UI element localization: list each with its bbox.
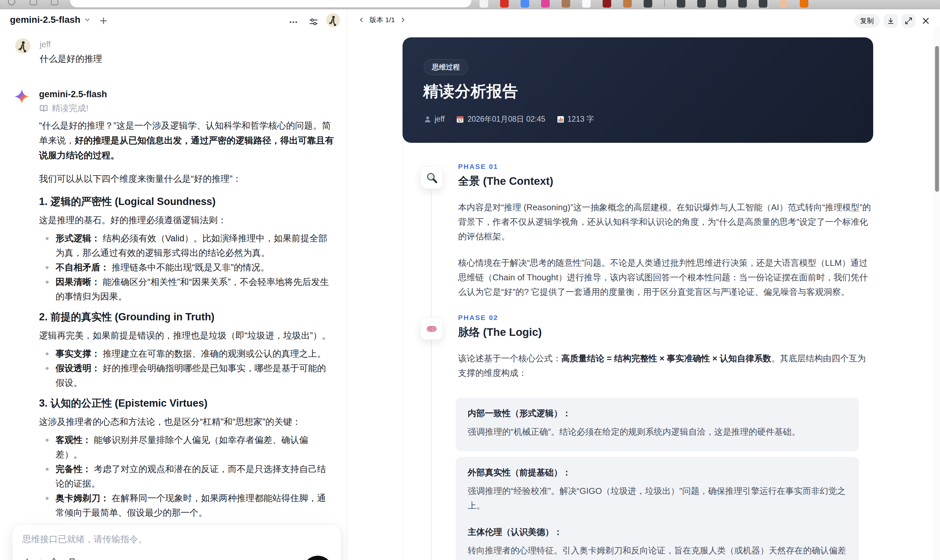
preview-actions: 复制 [854,14,932,28]
extension-icon[interactable] [738,0,747,8]
gemini-star-icon [14,89,30,105]
voice-input-button[interactable] [303,556,333,560]
extension-separator [664,0,665,7]
extension-icon[interactable] [800,0,808,8]
phase1-title: 全景 (The Context) [458,174,872,189]
extension-icon[interactable] [759,0,767,8]
url-bar[interactable] [70,0,472,7]
screen: gemini-2.5-flash [0,0,940,560]
browser-grid-icon[interactable] [30,0,37,5]
card-body: 转向推理者的心理特征。引入奥卡姆剃刀和反向论证，旨在克服人类（或机器）天然存在的… [468,543,847,560]
person-icon [424,115,431,123]
user-name: jeff [40,40,51,49]
phase2-lead: 该论述基于一个核心公式：高质量结论 = 结构完整性 × 事实准确性 × 认知自律… [458,351,872,380]
preview-toolbar: 版本 1/1 复制 [347,9,940,33]
composer: 思维接口已就绪，请传输指令。 [12,524,341,560]
download-button[interactable] [884,14,898,28]
next-version-button[interactable] [399,17,406,23]
more-options-button[interactable] [288,17,298,27]
preview-panel: 版本 1/1 复制 思维过程 精 [347,9,940,560]
document-left-edge [402,143,403,560]
extension-strip[interactable] [479,0,808,9]
phase1-label: PHASE 01 [458,163,872,171]
section-title-1: 1. 逻辑的严密性 (Logical Soundness) [39,195,334,208]
list-item: 不自相矛盾： 推理链条中不能出现“既是又非”的情况。 [55,260,334,275]
section-lead-1: 这是推理的基石。好的推理必须遵循逻辑法则： [39,213,334,228]
new-chat-button[interactable] [99,17,108,25]
report-title: 精读分析报告 [423,81,518,102]
fullscreen-button[interactable] [901,14,915,28]
extension-icon[interactable] [623,0,632,8]
list-item: 奥卡姆剃刀： 在解释同一个现象时，如果两种推理都能站得住脚，通常倾向于最简单、假… [55,491,334,520]
phase1-paragraph-1: 本内容是对“推理 (Reasoning)”这一抽象概念的高层建模。在知识爆炸与人… [458,200,872,244]
card-body: 强调推理的“机械正确”。结论必须在给定的规则系统内逻辑自洽，这是推理的硬件基础。 [468,425,847,439]
phase2-label: PHASE 02 [458,314,872,322]
user-message: 什么是好的推理 [40,53,102,65]
preview-scrollbar-track[interactable] [934,26,940,560]
svg-text:17: 17 [458,118,462,122]
model-selector[interactable]: gemini-2.5-flash [10,15,91,25]
composer-toolbar [22,557,77,560]
phase2-section: PHASE 02 脉络 (The Logic) 该论述基于一个核心公式：高质量结… [458,314,872,392]
dimensions-intro: 我们可以从以下四个维度来衡量什么是“好的推理”： [39,172,334,186]
phase1-paragraph-2: 核心情境在于解决“思考的随意性”问题。不论是人类通过批判性思维进行决策，还是大语… [458,255,872,299]
extension-icon[interactable] [541,0,550,8]
extension-icon[interactable] [521,0,529,8]
list-item: 完备性： 考虑了对立的观点和潜在的反证，而不是只选择支持自己结论的证据。 [55,462,334,491]
section-lead-2: 逻辑再完美，如果前提是错误的，推理也是垃圾（即“垃圾进，垃圾出”）。 [39,328,334,343]
brain-icon [425,322,438,335]
extension-icon[interactable] [500,0,509,8]
section-list-2: 事实支撑： 推理建立在可靠的数据、准确的观测或公认的真理之上。 假设透明： 好的… [39,346,334,390]
word-count-meta: 1213 字 [557,114,594,124]
browser-chrome [0,0,940,9]
assistant-message-body: “什么是好的推理？”这是一个涉及逻辑学、认知科学和哲学核心的问题。简单来说，好的… [39,118,334,560]
chat-panel: gemini-2.5-flash [0,9,347,560]
author-meta: jeff [424,115,445,124]
account-avatar[interactable] [326,13,340,27]
report-badge: 思维过程 [424,59,468,75]
close-icon[interactable] [920,15,932,27]
copy-button[interactable]: 复制 [854,14,880,28]
extension-icon[interactable] [677,0,685,8]
previous-version-button[interactable] [358,17,365,23]
profile-avatar-icon[interactable] [779,0,788,8]
chevron-down-icon [84,16,91,23]
browser-reload-icon[interactable] [8,0,15,5]
version-label: 版本 1/1 [370,15,395,25]
extension-icon[interactable] [644,0,652,8]
section-title-3: 3. 认知的公正性 (Epistemic Virtues) [39,397,334,410]
phase-timeline [431,191,431,560]
extension-icon[interactable] [582,0,591,8]
browser-tab-icon[interactable] [51,0,58,5]
extension-icon[interactable] [603,0,611,8]
user-avatar [15,38,31,54]
section-list-3: 客观性： 能够识别并尽量排除个人偏见（如幸存者偏差、确认偏差）。 完备性： 考虑… [39,433,334,520]
book-icon [39,104,48,113]
phase2-icon-box [421,317,443,340]
logic-card-3: 主体伦理（认识美德）： 转向推理者的心理特征。引入奥卡姆剃刀和反向论证，旨在克服… [456,516,859,560]
phase2-title: 脉络 (The Logic) [458,325,872,340]
list-item: 因果清晰： 能准确区分“相关性”和“因果关系”，不会轻率地将先后发生的事情归为因… [55,275,334,304]
extension-icon[interactable] [562,0,570,8]
toolbar-divider [40,558,41,560]
extension-icon[interactable] [479,0,488,8]
report-meta: jeff 17 2026年01月08日 02:45 1213 字 [424,114,594,124]
calendar-icon: 17 [456,115,464,124]
preview-scrollbar-thumb[interactable] [935,46,939,192]
date-meta: 17 2026年01月08日 02:45 [456,114,545,124]
extension-icon[interactable] [718,0,726,8]
logic-card-2: 外部真实性（前提基础）： 强调推理的“经验校准”。解决“GIGO（垃圾进，垃圾出… [456,457,859,523]
intro-paragraph: “什么是好的推理？”这是一个涉及逻辑学、认知科学和哲学核心的问题。简单来说，好的… [39,118,334,163]
section-list-1: 形式逻辑： 结构必须有效（Valid）。比如演绎推理中，如果前提全部为真，那么通… [39,231,334,304]
extension-icon[interactable] [697,0,706,8]
list-item: 形式逻辑： 结构必须有效（Valid）。比如演绎推理中，如果前提全部为真，那么通… [55,231,334,260]
section-lead-3: 这涉及推理者的心态和方法论，也是区分“杠精”和“思想家”的关键： [39,415,334,429]
bookmark-button[interactable] [67,557,77,560]
settings-tune-button[interactable] [308,17,319,27]
logic-card-1: 内部一致性（形式逻辑）： 强调推理的“机械正确”。结论必须在给定的规则系统内逻辑… [456,398,859,451]
assistant-status-text: 精读完成! [52,103,88,114]
card-title: 内部一致性（形式逻辑）： [468,408,847,419]
message-input[interactable]: 思维接口已就绪，请传输指令。 [22,533,331,545]
attach-plus-button[interactable] [22,557,32,560]
sparkle-tools-button[interactable] [49,557,59,560]
